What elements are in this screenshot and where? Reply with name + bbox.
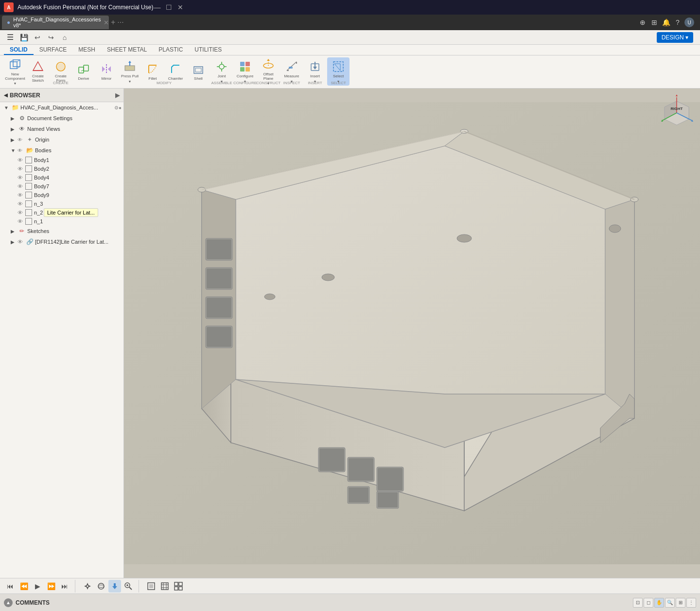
user-icon[interactable]: U	[684, 18, 694, 27]
navigation-button[interactable]	[81, 580, 94, 593]
grid-button[interactable]	[158, 580, 171, 593]
component-tooltip: Lite Carrier for Lat...	[44, 208, 98, 217]
root-more-icon[interactable]: ●	[119, 105, 122, 110]
svg-rect-64	[349, 458, 373, 481]
press-pull-button[interactable]: Press Pull ▼	[119, 57, 141, 86]
configure-group-label: CONFIGURE	[233, 81, 257, 85]
new-component-button[interactable]: New Component ▼	[4, 57, 26, 86]
tree-item-doc-settings[interactable]: ▶ ⚙ Document Settings	[0, 113, 123, 124]
tree-item-n1[interactable]: 👁 n_1	[0, 217, 123, 226]
fit-view-button[interactable]	[145, 580, 158, 593]
tree-item-body4[interactable]: 👁 Body4	[0, 173, 123, 182]
comments-expand-button[interactable]: ▲	[4, 598, 13, 607]
new-tab-button[interactable]: +	[111, 18, 115, 27]
design-mode-button[interactable]: DESIGN ▾	[657, 32, 693, 43]
view-cube[interactable]: RIGHT	[657, 92, 696, 131]
updates-icon[interactable]: 🔔	[661, 18, 671, 27]
sketches-label: Sketches	[27, 228, 122, 234]
svg-line-30	[287, 62, 297, 71]
bottom-tool-3[interactable]: ✋	[654, 598, 664, 608]
maximize-button[interactable]: ☐	[165, 3, 173, 11]
bottom-tool-2[interactable]: ◻	[644, 598, 653, 608]
home-button[interactable]: ⌂	[58, 31, 71, 44]
tree-item-body7[interactable]: 👁 Body7	[0, 182, 123, 191]
browser-collapse-button[interactable]: ▶	[115, 92, 120, 99]
tree-item-n3[interactable]: 👁 n_3	[0, 199, 123, 208]
svg-rect-58	[207, 298, 231, 318]
tree-item-sketches[interactable]: ▶ ✏ Sketches	[0, 226, 123, 236]
configure-group: Configure ▼ CONFIGURE	[234, 57, 256, 86]
tab-surface[interactable]: SURFACE	[34, 45, 73, 55]
titlebar: A Autodesk Fusion Personal (Not for Comm…	[0, 0, 700, 15]
svg-rect-70	[378, 492, 398, 507]
viewport[interactable]: RIGHT	[124, 89, 700, 578]
svg-marker-85	[676, 94, 678, 96]
create-group: New Component ▼ Create Sketch	[4, 57, 118, 86]
svg-marker-36	[313, 67, 317, 70]
origin-label: Origin	[35, 137, 122, 143]
autosave-icon[interactable]: ⊕	[638, 18, 648, 27]
bottom-tool-6[interactable]: ⋮	[686, 598, 696, 608]
comments-label: COMMENTS	[16, 599, 50, 606]
root-settings-icon[interactable]: ⚙	[114, 105, 119, 110]
bottom-icons: ⊡ ◻ ✋ 🔍 ⊞ ⋮	[633, 598, 696, 608]
app-title: Autodesk Fusion Personal (Not for Commer…	[18, 4, 153, 11]
tree-item-body2[interactable]: 👁 Body2	[0, 164, 123, 173]
tab-bar: ● HVAC_Fault_Diagnosis_Accessories v8* ✕…	[0, 15, 700, 30]
tab-utilities[interactable]: UTILITIES	[189, 45, 228, 55]
close-button[interactable]: ✕	[176, 3, 184, 11]
forward-to-end-button[interactable]: ⏭	[58, 580, 71, 593]
derive-button[interactable]: Derive	[72, 57, 95, 86]
tab-plastic[interactable]: PLASTIC	[153, 45, 189, 55]
svg-rect-12	[125, 66, 135, 71]
undo-button[interactable]: ↩	[31, 31, 44, 44]
component-label: [DFR1142]Lite Carrier for Lat...	[35, 239, 122, 245]
tree-item-bodies[interactable]: ▼ 👁 📂 Bodies	[0, 145, 123, 156]
bottom-tool-5[interactable]: ⊞	[676, 598, 685, 608]
rewind-to-start-button[interactable]: ⏮	[4, 580, 17, 593]
minimize-button[interactable]: —	[153, 3, 161, 11]
tree-item-body1[interactable]: 👁 Body1	[0, 156, 123, 164]
bottom-toolbar: ⏮ ⏪ ▶ ⏩ ⏭	[0, 578, 700, 593]
svg-marker-14	[128, 61, 131, 63]
bottom-tool-4[interactable]: 🔍	[665, 598, 675, 608]
tab-mesh[interactable]: MESH	[72, 45, 101, 55]
tree-item-root[interactable]: ▼ 📁 HVAC_Fault_Diagnosis_Acces... ⚙ ●	[0, 102, 123, 113]
orbit-button[interactable]	[95, 580, 107, 593]
body7-label: Body7	[34, 183, 122, 189]
doc-settings-label: Document Settings	[27, 115, 122, 121]
svg-point-93	[98, 585, 104, 587]
tree-item-component[interactable]: ▶ 👁 🔗 [DFR1142]Lite Carrier for Lat...	[0, 236, 123, 247]
tab-close-button[interactable]: ✕	[104, 19, 109, 26]
step-back-button[interactable]: ⏪	[18, 580, 30, 593]
zoom-button[interactable]	[122, 580, 135, 593]
tab-solid[interactable]: SOLID	[4, 45, 34, 55]
tree-item-body9[interactable]: 👁 Body9	[0, 191, 123, 199]
mirror-button[interactable]: Mirror	[95, 57, 118, 86]
app-menu-button[interactable]: ☰	[4, 31, 17, 44]
tab-more-button[interactable]: ···	[117, 18, 123, 27]
online-icon[interactable]: ⊞	[649, 18, 659, 27]
tree-item-named-views[interactable]: ▶ 👁 Named Views	[0, 124, 123, 134]
svg-rect-60	[207, 327, 231, 347]
svg-rect-66	[378, 468, 402, 490]
step-forward-button[interactable]: ⏩	[45, 580, 57, 593]
help-icon[interactable]: ?	[673, 18, 682, 27]
svg-point-50	[457, 234, 472, 242]
redo-button[interactable]: ↪	[45, 31, 57, 44]
active-tab[interactable]: ● HVAC_Fault_Diagnosis_Accessories v8* ✕	[2, 16, 109, 29]
play-button[interactable]: ▶	[31, 580, 44, 593]
save-button[interactable]: 💾	[18, 31, 30, 44]
comments-section[interactable]: ▲ COMMENTS	[4, 598, 50, 607]
pan-button[interactable]	[108, 580, 121, 593]
svg-rect-104	[161, 583, 168, 590]
shell-button[interactable]: Shell	[187, 57, 210, 86]
create-sketch-button[interactable]: Create Sketch	[27, 57, 49, 86]
display-settings-button[interactable]	[172, 580, 185, 593]
bottom-tool-1[interactable]: ⊡	[633, 598, 643, 608]
svg-text:RIGHT: RIGHT	[671, 107, 683, 111]
tab-sheet-metal[interactable]: SHEET METAL	[101, 45, 153, 55]
body1-label: Body1	[34, 157, 122, 163]
svg-rect-107	[175, 587, 178, 590]
tree-item-origin[interactable]: ▶ 👁 ✦ Origin	[0, 134, 123, 145]
